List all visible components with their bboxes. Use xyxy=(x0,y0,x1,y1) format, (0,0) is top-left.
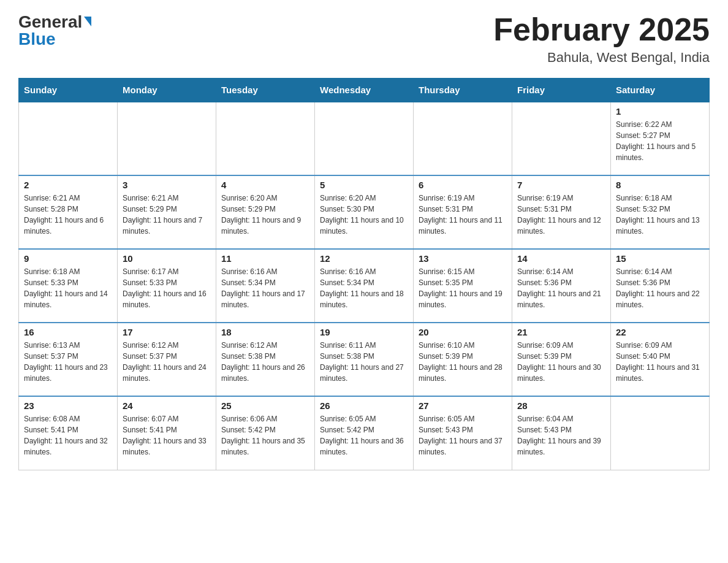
weekday-header-friday: Friday xyxy=(512,79,611,102)
calendar-cell: 27Sunrise: 6:05 AMSunset: 5:43 PMDayligh… xyxy=(414,396,512,470)
day-info: Sunrise: 6:05 AMSunset: 5:42 PMDaylight:… xyxy=(320,413,408,458)
calendar-cell xyxy=(611,396,710,470)
day-info: Sunrise: 6:12 AMSunset: 5:37 PMDaylight:… xyxy=(123,340,211,384)
calendar-cell: 21Sunrise: 6:09 AMSunset: 5:39 PMDayligh… xyxy=(512,323,611,396)
weekday-header-tuesday: Tuesday xyxy=(216,79,315,102)
day-number: 10 xyxy=(123,253,211,264)
day-number: 6 xyxy=(419,180,507,190)
day-number: 24 xyxy=(123,400,211,411)
day-number: 23 xyxy=(24,400,112,411)
day-number: 11 xyxy=(221,253,309,264)
calendar-cell: 12Sunrise: 6:16 AMSunset: 5:34 PMDayligh… xyxy=(315,249,414,323)
day-info: Sunrise: 6:18 AMSunset: 5:33 PMDaylight:… xyxy=(24,266,112,310)
day-info: Sunrise: 6:16 AMSunset: 5:34 PMDaylight:… xyxy=(221,266,309,310)
weekday-header-saturday: Saturday xyxy=(611,79,710,102)
day-number: 7 xyxy=(517,180,605,190)
day-info: Sunrise: 6:20 AMSunset: 5:29 PMDaylight:… xyxy=(221,193,309,237)
day-number: 27 xyxy=(419,400,507,411)
calendar-cell xyxy=(19,102,118,175)
calendar-cell: 17Sunrise: 6:12 AMSunset: 5:37 PMDayligh… xyxy=(118,323,216,396)
day-number: 21 xyxy=(517,327,605,337)
calendar-cell: 1Sunrise: 6:22 AMSunset: 5:27 PMDaylight… xyxy=(611,102,710,175)
calendar-cell xyxy=(512,102,611,175)
calendar-cell xyxy=(118,102,216,175)
calendar-cell: 14Sunrise: 6:14 AMSunset: 5:36 PMDayligh… xyxy=(512,249,611,323)
weekday-header-wednesday: Wednesday xyxy=(315,79,414,102)
day-info: Sunrise: 6:06 AMSunset: 5:42 PMDaylight:… xyxy=(221,413,309,458)
day-number: 9 xyxy=(24,253,112,264)
day-info: Sunrise: 6:12 AMSunset: 5:38 PMDaylight:… xyxy=(221,340,309,384)
day-info: Sunrise: 6:19 AMSunset: 5:31 PMDaylight:… xyxy=(419,193,507,237)
calendar-cell: 6Sunrise: 6:19 AMSunset: 5:31 PMDaylight… xyxy=(414,175,512,249)
day-info: Sunrise: 6:20 AMSunset: 5:30 PMDaylight:… xyxy=(320,193,408,237)
calendar-week-2: 2Sunrise: 6:21 AMSunset: 5:28 PMDaylight… xyxy=(19,175,710,249)
calendar-week-4: 16Sunrise: 6:13 AMSunset: 5:37 PMDayligh… xyxy=(19,323,710,396)
day-number: 4 xyxy=(221,180,309,190)
calendar-cell: 2Sunrise: 6:21 AMSunset: 5:28 PMDaylight… xyxy=(19,175,118,249)
day-number: 15 xyxy=(616,253,704,264)
day-number: 22 xyxy=(616,327,704,337)
day-info: Sunrise: 6:16 AMSunset: 5:34 PMDaylight:… xyxy=(320,266,408,310)
weekday-header-thursday: Thursday xyxy=(414,79,512,102)
day-number: 20 xyxy=(419,327,507,337)
calendar-cell: 9Sunrise: 6:18 AMSunset: 5:33 PMDaylight… xyxy=(19,249,118,323)
calendar-cell xyxy=(216,102,315,175)
calendar-cell: 25Sunrise: 6:06 AMSunset: 5:42 PMDayligh… xyxy=(216,396,315,470)
calendar-cell: 10Sunrise: 6:17 AMSunset: 5:33 PMDayligh… xyxy=(118,249,216,323)
calendar-cell xyxy=(315,102,414,175)
day-number: 13 xyxy=(419,253,507,264)
calendar-cell: 5Sunrise: 6:20 AMSunset: 5:30 PMDaylight… xyxy=(315,175,414,249)
calendar-cell xyxy=(414,102,512,175)
day-info: Sunrise: 6:09 AMSunset: 5:39 PMDaylight:… xyxy=(517,340,605,384)
weekday-header-sunday: Sunday xyxy=(19,79,118,102)
day-number: 18 xyxy=(221,327,309,337)
day-number: 17 xyxy=(123,327,211,337)
day-info: Sunrise: 6:15 AMSunset: 5:35 PMDaylight:… xyxy=(419,266,507,310)
day-number: 12 xyxy=(320,253,408,264)
calendar-week-3: 9Sunrise: 6:18 AMSunset: 5:33 PMDaylight… xyxy=(19,249,710,323)
calendar-cell: 19Sunrise: 6:11 AMSunset: 5:38 PMDayligh… xyxy=(315,323,414,396)
day-info: Sunrise: 6:10 AMSunset: 5:39 PMDaylight:… xyxy=(419,340,507,384)
day-number: 8 xyxy=(616,180,704,190)
calendar-cell: 11Sunrise: 6:16 AMSunset: 5:34 PMDayligh… xyxy=(216,249,315,323)
day-info: Sunrise: 6:21 AMSunset: 5:28 PMDaylight:… xyxy=(24,193,112,237)
day-info: Sunrise: 6:11 AMSunset: 5:38 PMDaylight:… xyxy=(320,340,408,384)
calendar-week-1: 1Sunrise: 6:22 AMSunset: 5:27 PMDaylight… xyxy=(19,102,710,175)
day-info: Sunrise: 6:22 AMSunset: 5:27 PMDaylight:… xyxy=(616,119,704,163)
day-number: 16 xyxy=(24,327,112,337)
day-info: Sunrise: 6:04 AMSunset: 5:43 PMDaylight:… xyxy=(517,413,605,458)
day-info: Sunrise: 6:21 AMSunset: 5:29 PMDaylight:… xyxy=(123,193,211,237)
title-block: February 2025 Bahula, West Bengal, India xyxy=(493,12,710,66)
calendar-cell: 3Sunrise: 6:21 AMSunset: 5:29 PMDaylight… xyxy=(118,175,216,249)
day-number: 19 xyxy=(320,327,408,337)
calendar-cell: 23Sunrise: 6:08 AMSunset: 5:41 PMDayligh… xyxy=(19,396,118,470)
calendar-table: SundayMondayTuesdayWednesdayThursdayFrid… xyxy=(18,78,710,470)
day-number: 3 xyxy=(123,180,211,190)
day-info: Sunrise: 6:09 AMSunset: 5:40 PMDaylight:… xyxy=(616,340,704,384)
page-header: General Blue February 2025 Bahula, West … xyxy=(18,12,710,66)
calendar-cell: 4Sunrise: 6:20 AMSunset: 5:29 PMDaylight… xyxy=(216,175,315,249)
calendar-cell: 22Sunrise: 6:09 AMSunset: 5:40 PMDayligh… xyxy=(611,323,710,396)
weekday-header-monday: Monday xyxy=(118,79,216,102)
day-info: Sunrise: 6:13 AMSunset: 5:37 PMDaylight:… xyxy=(24,340,112,384)
day-number: 26 xyxy=(320,400,408,411)
logo-blue-text: Blue xyxy=(18,29,56,49)
day-info: Sunrise: 6:14 AMSunset: 5:36 PMDaylight:… xyxy=(517,266,605,310)
calendar-cell: 13Sunrise: 6:15 AMSunset: 5:35 PMDayligh… xyxy=(414,249,512,323)
calendar-cell: 7Sunrise: 6:19 AMSunset: 5:31 PMDaylight… xyxy=(512,175,611,249)
logo: General Blue xyxy=(18,12,91,49)
calendar-cell: 16Sunrise: 6:13 AMSunset: 5:37 PMDayligh… xyxy=(19,323,118,396)
calendar-cell: 20Sunrise: 6:10 AMSunset: 5:39 PMDayligh… xyxy=(414,323,512,396)
day-number: 2 xyxy=(24,180,112,190)
calendar-week-5: 23Sunrise: 6:08 AMSunset: 5:41 PMDayligh… xyxy=(19,396,710,470)
day-info: Sunrise: 6:14 AMSunset: 5:36 PMDaylight:… xyxy=(616,266,704,310)
day-number: 25 xyxy=(221,400,309,411)
day-info: Sunrise: 6:19 AMSunset: 5:31 PMDaylight:… xyxy=(517,193,605,237)
month-year-title: February 2025 xyxy=(493,12,710,47)
day-info: Sunrise: 6:05 AMSunset: 5:43 PMDaylight:… xyxy=(419,413,507,458)
calendar-cell: 26Sunrise: 6:05 AMSunset: 5:42 PMDayligh… xyxy=(315,396,414,470)
calendar-cell: 15Sunrise: 6:14 AMSunset: 5:36 PMDayligh… xyxy=(611,249,710,323)
calendar-cell: 8Sunrise: 6:18 AMSunset: 5:32 PMDaylight… xyxy=(611,175,710,249)
logo-arrow-icon xyxy=(84,17,91,26)
calendar-cell: 28Sunrise: 6:04 AMSunset: 5:43 PMDayligh… xyxy=(512,396,611,470)
